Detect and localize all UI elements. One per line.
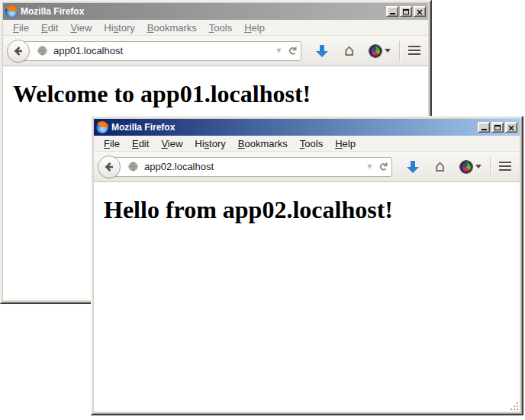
close-icon: [508, 125, 514, 131]
url-history-dropdown-icon[interactable]: ▼: [367, 163, 372, 170]
titlebar[interactable]: Mozilla Firefox: [3, 3, 428, 20]
navigation-toolbar: app02.localhost ▼ ↻ ⌂: [94, 152, 520, 182]
close-button[interactable]: [414, 6, 426, 17]
page-content: Hello from app02.localhost!: [94, 182, 520, 412]
reload-icon[interactable]: ↻: [286, 46, 298, 56]
home-button[interactable]: ⌂: [344, 43, 354, 59]
menu-file[interactable]: File: [99, 137, 124, 150]
url-text[interactable]: app01.localhost: [53, 45, 276, 56]
close-button[interactable]: [505, 122, 517, 133]
minimize-icon: [390, 13, 395, 14]
page-heading: Welcome to app01.localhost!: [13, 80, 428, 108]
page-heading: Hello from app02.localhost!: [104, 196, 520, 224]
minimize-button[interactable]: [386, 6, 398, 17]
hamburger-menu-button[interactable]: [408, 46, 420, 56]
addon-lens-icon[interactable]: [460, 161, 472, 173]
addon-dropdown-icon[interactable]: [475, 165, 482, 168]
menu-edit[interactable]: Edit: [37, 21, 63, 34]
navigation-toolbar: app01.localhost ▼ ↻ ⌂: [3, 36, 428, 66]
toolbar-separator: [399, 41, 400, 61]
globe-icon: [127, 161, 139, 172]
addon-dropdown-icon[interactable]: [385, 49, 391, 53]
download-button[interactable]: [315, 45, 329, 57]
titlebar[interactable]: Mozilla Firefox: [94, 119, 520, 136]
menu-tools[interactable]: Tools: [295, 137, 327, 150]
download-arrow-shaft: [320, 45, 324, 51]
menu-edit[interactable]: Edit: [127, 137, 153, 150]
menu-help[interactable]: Help: [240, 21, 269, 34]
menu-view[interactable]: View: [66, 21, 96, 34]
menu-help[interactable]: Help: [330, 137, 360, 150]
download-arrow-shaft: [411, 161, 415, 167]
url-text[interactable]: app02.localhost: [144, 161, 367, 172]
addon-lens-icon[interactable]: [369, 45, 382, 57]
toolbar-separator: [490, 157, 491, 177]
minimize-icon: [482, 129, 487, 130]
desktop: Mozilla Firefox File Edit View History B…: [0, 0, 525, 420]
menu-bookmarks[interactable]: Bookmarks: [143, 21, 201, 34]
url-bar[interactable]: app02.localhost ▼ ↻: [108, 157, 392, 177]
minimize-button[interactable]: [478, 122, 490, 133]
resize-grip[interactable]: [509, 401, 519, 411]
download-arrow-head: [316, 51, 328, 57]
maximize-button[interactable]: [400, 6, 412, 17]
url-history-dropdown-icon[interactable]: ▼: [276, 47, 281, 54]
firefox-logo-icon: [96, 121, 108, 133]
window-title: Mozilla Firefox: [111, 122, 476, 133]
menu-bookmarks[interactable]: Bookmarks: [234, 137, 292, 150]
download-button[interactable]: [406, 161, 420, 173]
menu-history[interactable]: History: [99, 21, 139, 34]
reload-icon[interactable]: ↻: [377, 162, 388, 172]
globe-icon: [37, 45, 48, 56]
maximize-icon: [403, 9, 409, 14]
menubar: File Edit View History Bookmarks Tools H…: [94, 136, 520, 152]
back-button[interactable]: [98, 155, 121, 178]
menu-history[interactable]: History: [190, 137, 230, 150]
menubar: File Edit View History Bookmarks Tools H…: [3, 20, 428, 36]
menu-view[interactable]: View: [156, 137, 187, 150]
menu-tools[interactable]: Tools: [205, 21, 237, 34]
window-title: Mozilla Firefox: [21, 6, 385, 17]
back-button[interactable]: [7, 40, 30, 63]
back-arrow-icon: [12, 45, 24, 57]
url-bar[interactable]: app01.localhost ▼ ↻: [18, 41, 301, 61]
maximize-button[interactable]: [491, 122, 504, 133]
firefox-logo-icon: [5, 5, 18, 18]
download-arrow-head: [407, 167, 419, 173]
maximize-icon: [494, 125, 501, 130]
menu-file[interactable]: File: [8, 21, 34, 34]
close-icon: [417, 9, 423, 15]
browser-window-app02: Mozilla Firefox File Edit View History B…: [91, 116, 523, 415]
hamburger-menu-button[interactable]: [499, 162, 511, 172]
home-button[interactable]: ⌂: [435, 159, 445, 175]
back-arrow-icon: [103, 161, 115, 173]
